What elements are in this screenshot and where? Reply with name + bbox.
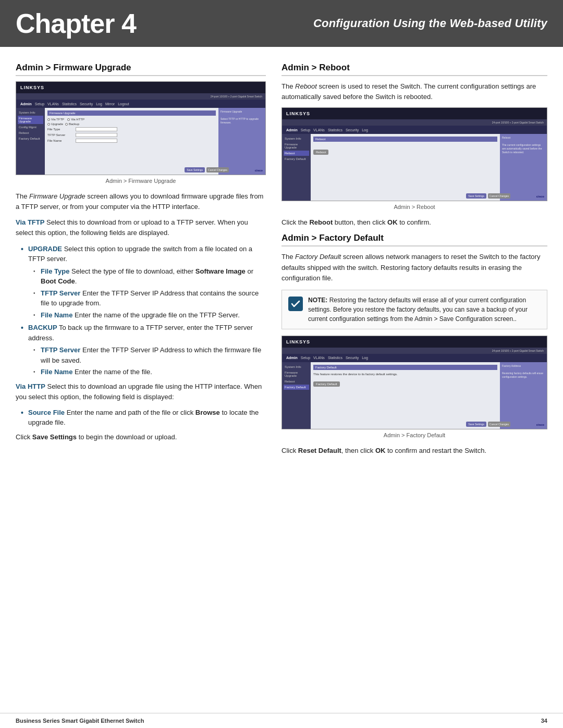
ss-reboot-logo: LINKSYS — [286, 111, 310, 116]
firmware-bullet-list: UPGRADE Select this option to upgrade th… — [21, 244, 266, 377]
ss-cisco-logo: cisco — [255, 169, 263, 172]
ss-factory-nav-security: Security — [346, 356, 359, 360]
note-checkmark-icon — [291, 299, 300, 309]
ss-main-reboot: Reboot Reboot Save Settings Cancel Chang… — [311, 134, 500, 201]
backup-term: BACKUP — [28, 324, 57, 331]
ss-radio-tftp: Via TFTP — [47, 118, 64, 121]
ss-main-firmware: Firmware Upgrade Via TFTP Via HTTP — [45, 108, 218, 175]
ss-main-factory: Factory Default This feature restores th… — [311, 362, 500, 429]
sub-backup-filename: File Name Enter the name of the file. — [33, 367, 266, 377]
ss-reboot-btn-area: Reboot — [313, 147, 497, 155]
ss-factory-nav-stats: Statistics — [328, 356, 342, 360]
ss-radio-upgrade: Upgrade — [47, 122, 63, 126]
ss-reboot-sidebar-firmware: Firmware Upgrade — [284, 142, 309, 150]
right-column: Admin > Reboot The Reboot screen is used… — [282, 63, 547, 461]
firmware-intro: The Firmware Upgrade screen allows you t… — [16, 191, 266, 212]
ss-reboot-nav-log: Log — [362, 128, 368, 132]
ss-reboot-nav-security: Security — [346, 128, 359, 132]
ss-reboot-body: System Info Firmware Upgrade Reboot Fact… — [282, 134, 547, 201]
note-label: NOTE: — [308, 297, 327, 304]
ss-factory-sidebar-reboot: Reboot — [284, 379, 309, 384]
ss-factory-sidebar-system: System Info — [284, 364, 309, 369]
ss-factory-sidebar: System Info Firmware Upgrade Reboot Fact… — [282, 362, 311, 429]
ss-factory-desc: This feature restores the device to its … — [313, 372, 497, 376]
note-icon — [288, 297, 303, 311]
factory-caption: Admin > Factory Default — [282, 432, 547, 438]
ss-linksys-logo: LINKSYS — [20, 85, 44, 90]
ss-nav-setup: Setup — [35, 102, 44, 106]
chapter-title: Chapter 4 — [16, 8, 136, 39]
reboot-intro: The Reboot screen is used to reset the S… — [282, 81, 547, 102]
ss-filename-label: File Name — [47, 139, 74, 142]
ss-factory-button: Factory Default — [313, 381, 340, 387]
ss-filetype-label: File Type — [47, 128, 74, 131]
ss-reboot-nav: Admin Setup VLANs Statistics Security Lo… — [282, 126, 547, 134]
filetype-term: File Type — [41, 267, 69, 275]
factory-screenshot: LINKSYS 24-port 10/100 + 2-port Gigabit … — [282, 336, 547, 429]
footer-right: 34 — [541, 718, 547, 724]
ss-reboot-sidebar-factory: Factory Default — [284, 156, 309, 162]
filename-term: File Name — [41, 311, 72, 319]
ss-factory-top-text: 24-port 10/100 + 2-port Gigabit Smart Sw… — [492, 349, 544, 352]
ss-reboot-nav-vlans: VLANs — [313, 128, 325, 132]
note-box: NOTE: Restoring the factory defaults wil… — [282, 290, 547, 329]
reboot-screenshot: LINKSYS 24-port 10/100 + 2-port Gigabit … — [282, 107, 547, 201]
upgrade-term: UPGRADE — [28, 245, 62, 253]
sub-tftpserver: TFTP Server Enter the TFTP Server IP Add… — [33, 288, 266, 309]
ss-factory-nav-log: Log — [362, 356, 368, 360]
ss-main-header: Firmware Upgrade — [47, 110, 216, 116]
ss-radio-backup: Backup — [65, 122, 79, 126]
page-header: Chapter 4 Configuration Using the Web-ba… — [0, 0, 563, 47]
content-area: Admin > Firmware Upgrade LINKSYS 24-port… — [0, 47, 563, 482]
ss-factory-logo: LINKSYS — [286, 339, 310, 344]
ss-nav-mirror: Mirror — [105, 102, 115, 106]
ss-factory-cancel-btn: Cancel Changes — [488, 422, 510, 427]
ss-reboot-cancel-btn: Cancel Changes — [488, 193, 510, 199]
via-tftp-intro: Via TFTP Select this to download from or… — [16, 217, 266, 238]
sub-backup-tftp: TFTP Server Enter the TFTP Server IP Add… — [33, 345, 266, 365]
firmware-section-heading: Admin > Firmware Upgrade — [16, 63, 266, 76]
ss-nav-logout: Logout — [118, 102, 129, 106]
upgrade-sub-list: File Type Select the type of file to dow… — [33, 266, 266, 320]
ss-reboot-sidebar-reboot: Reboot — [284, 151, 309, 156]
ss-reboot-nav-statistics: Statistics — [328, 128, 342, 132]
bullet-source-file: Source File Enter the name and path of t… — [21, 408, 266, 428]
ss-reboot-sidebar-system: System Info — [284, 136, 309, 141]
factory-click-text: Click Reset Default, then click OK to co… — [282, 446, 547, 456]
ss-factory-save-btn: Save Settings — [466, 422, 486, 427]
ss-factory-body: System Info Firmware Upgrade Reboot Fact… — [282, 362, 547, 429]
ss-tftp-row: TFTP Server — [47, 133, 216, 137]
ss-sidebar-firmware: Firmware Upgrade — [18, 116, 43, 124]
firmware-screenshot: LINKSYS 24-port 10/100 + 2-port Gigabit … — [16, 81, 266, 175]
note-content: NOTE: Restoring the factory defaults wil… — [308, 295, 541, 324]
reboot-caption: Admin > Reboot — [282, 204, 547, 210]
ss-reboot-sidebar: System Info Firmware Upgrade Reboot Fact… — [282, 134, 311, 201]
ss-nav-vlans: VLANs — [47, 102, 59, 106]
ss-radio-row: Via TFTP Via HTTP — [47, 118, 216, 121]
tftpserver-term: TFTP Server — [41, 289, 80, 297]
factory-section-heading: Admin > Factory Default — [282, 233, 547, 246]
ss-factory-btn-area: Factory Default — [313, 379, 497, 387]
via-http-text: Via HTTP Select this to download an upgr… — [16, 381, 266, 402]
ss-factory-nav-setup: Setup — [301, 356, 310, 360]
firmware-caption: Admin > Firmware Upgrade — [16, 178, 266, 184]
ss-cancel-btn: Cancel Changes — [206, 167, 229, 172]
backup-tftp-term: TFTP Server — [41, 346, 80, 354]
ss-nav-statistics: Statistics — [62, 102, 77, 106]
ss-nav-log: Log — [96, 102, 102, 106]
ss-factory-sidebar-factory: Factory Default — [284, 385, 309, 390]
ss-filetype-row: File Type — [47, 127, 216, 131]
backup-sub-list: TFTP Server Enter the TFTP Server IP Add… — [33, 345, 266, 377]
left-column: Admin > Firmware Upgrade LINKSYS 24-port… — [16, 63, 266, 461]
reboot-section-heading: Admin > Reboot — [282, 63, 547, 76]
ss-reboot-button: Reboot — [313, 150, 328, 155]
sub-filetype: File Type Select the type of file to dow… — [33, 266, 266, 287]
sub-filename: File Name Enter the name of the upgrade … — [33, 310, 266, 320]
ss-factory-main-header: Factory Default — [313, 365, 497, 370]
ss-sidebar-system: System Info — [18, 110, 43, 115]
bullet-upgrade: UPGRADE Select this option to upgrade th… — [21, 244, 266, 320]
ss-filename-row: File Name — [47, 139, 216, 143]
source-file-term: Source File — [28, 409, 65, 416]
ss-reboot-save-btn: Save Settings — [466, 193, 486, 199]
ss-reboot-panel-text: RebootThe current configuration settings… — [502, 136, 545, 154]
